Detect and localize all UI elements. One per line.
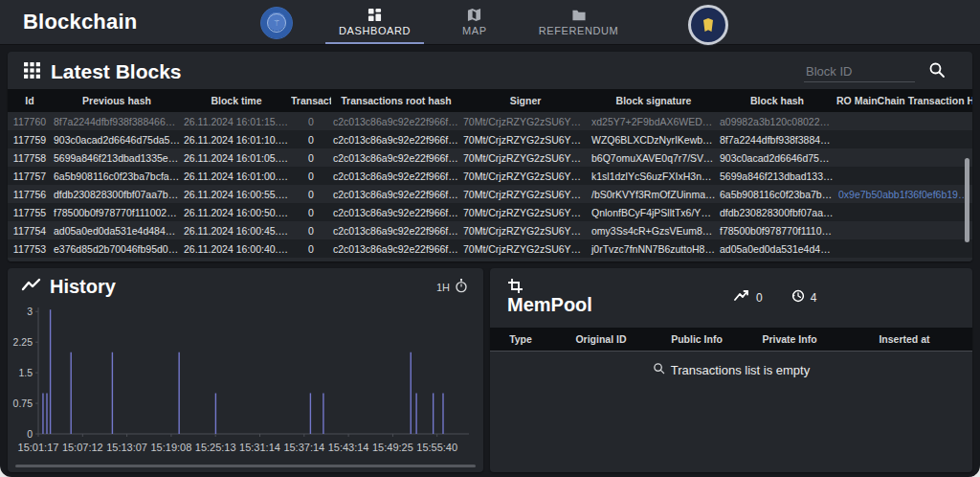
table-row[interactable]: 1177521047f888d49e1edc5f49b0d4...26.11.2…	[8, 258, 972, 261]
cell-hash: dfdb230828300fbf07aa7b31...	[718, 207, 836, 218]
column-header: Private Info	[743, 333, 836, 345]
cell-time: 26.11.2024 16:01:15.976...	[182, 116, 291, 127]
app-title: Blockchain	[23, 10, 137, 34]
mempool-empty-message: Transactions list is empty	[671, 363, 810, 377]
tab-map-label: MAP	[462, 25, 487, 36]
blocks-table-header: IdPrevious hashBlock timeTransactio...Tr…	[8, 89, 972, 112]
cell-time: 26.11.2024 16:01:00.95...	[182, 170, 291, 182]
column-header: Type	[490, 333, 551, 345]
cell-hash: a09982a3b120c08022cb392...	[718, 116, 836, 127]
table-row[interactable]: 117753e376d85d2b70046fb95d01737a...26.11…	[8, 239, 972, 258]
cell-hash: f78500b0f978770f1110025a1...	[718, 225, 836, 237]
tab-dashboard[interactable]: DASHBOARD	[325, 0, 424, 44]
cell-root: c2c013c86a9c92e22f966f3d86...	[331, 261, 461, 262]
table-row[interactable]: 117754ad05a0ed0da531e4d4843df63f...26.11…	[8, 221, 972, 239]
cell-tx: 0	[291, 261, 331, 262]
cell-signer: 70Mt/CrjzRZYG2zSU6YEAxFzAu...	[461, 225, 590, 237]
cell-sig: j0rTvzc7fnNN7B6zuttoH8xQ52c...	[590, 243, 718, 255]
cell-prev: f78500b0f978770f1110025a1e7...	[52, 207, 182, 218]
cell-prev: 1047f888d49e1edc5f49b0d4...	[52, 261, 182, 262]
cell-id: 117758	[8, 152, 52, 164]
cell-signer: 70Mt/CrjzRZYG2zSU6YEAxFzAu...	[461, 116, 590, 127]
latest-blocks-panel: Latest Blocks IdPrevious hashBlock timeT…	[8, 52, 972, 261]
cell-root: c2c013c86a9c92e22f966f3d86...	[331, 134, 461, 146]
trending-up-icon	[734, 290, 750, 305]
cell-root: c2c013c86a9c92e22f966f3d86...	[331, 170, 461, 182]
table-row[interactable]: 1177608f7a2244dfbf938f388466bc90...26.11…	[8, 112, 972, 130]
search-icon[interactable]	[928, 61, 946, 82]
svg-text:15:13:07: 15:13:07	[106, 442, 147, 453]
cell-tx: 0	[291, 152, 331, 164]
svg-text:3: 3	[27, 306, 33, 317]
mempool-history-count: 4	[811, 291, 817, 305]
cell-sig: 7V7+7bWkuvq9LuusHPTvBV0...	[590, 261, 718, 262]
cell-root: c2c013c86a9c92e22f966f3d86...	[331, 225, 461, 237]
cell-time: 26.11.2024 16:00:45.94...	[182, 225, 291, 237]
svg-text:15:07:12: 15:07:12	[62, 442, 103, 453]
cell-ro[interactable]: 0x9e7b50abb1f36f0ef6b19268d...	[836, 189, 972, 200]
tab-map[interactable]: MAP	[449, 0, 501, 44]
cell-signer: 70Mt/CrjzRZYG2zSU6YEAxFzAu...	[461, 134, 590, 146]
table-row[interactable]: 1177585699a846f213dbad1335e56b1a...26.11…	[8, 148, 972, 167]
history-clock-icon	[791, 289, 805, 306]
mempool-history-stat[interactable]: 4	[791, 289, 817, 306]
mempool-panel: MemPool 0 4 TypeOrigin	[490, 268, 972, 472]
mempool-empty-state: Transactions list is empty	[490, 362, 972, 377]
cell-sig: omy3Ss4cR+GzsVEum8FPClw4...	[590, 225, 718, 237]
cell-id: 117760	[8, 116, 52, 127]
history-range-control[interactable]: 1H	[436, 279, 470, 295]
column-header: Previous hash	[52, 95, 182, 106]
cell-hash: 6a5b908116c0f23ba7bcfa50...	[718, 189, 836, 200]
folder-icon	[571, 8, 587, 22]
svg-text:15:43:14: 15:43:14	[328, 442, 369, 453]
svg-text:15:01:17: 15:01:17	[18, 442, 59, 453]
cell-root: c2c013c86a9c92e22f966f3d86...	[331, 189, 461, 200]
column-header: Transactions root hash	[331, 95, 461, 106]
history-horizontal-scrollbar[interactable]	[15, 465, 476, 467]
sts-logo-emblem-icon: ⚚	[267, 13, 286, 33]
column-header: Id	[8, 95, 52, 106]
svg-text:15:31:14: 15:31:14	[239, 442, 280, 453]
cell-prev: 8f7a2244dfbf938f388466bc90...	[52, 116, 182, 127]
table-row[interactable]: 1177576a5b908116c0f23ba7bcfa50eb...26.11…	[8, 167, 972, 185]
cell-tx: 0	[291, 116, 331, 127]
cell-hash: 8f7a2244dfbf938f388466bc...	[718, 134, 836, 146]
mempool-pending-stat[interactable]: 0	[734, 289, 763, 306]
dashboard-icon	[368, 8, 382, 22]
cell-tx: 0	[291, 189, 331, 200]
history-spike-chart: 00.751.52.25315:01:1715:07:1215:13:0715:…	[8, 300, 476, 463]
scrollbar-thumb[interactable]	[965, 158, 969, 242]
cell-root: c2c013c86a9c92e22f966f3d86...	[331, 243, 461, 255]
column-header: Signer	[461, 95, 590, 106]
cell-id: 117759	[8, 134, 52, 146]
table-row[interactable]: 117756dfdb230828300fbf07aa7b31e8...26.11…	[8, 185, 972, 203]
cell-sig: /bS0rKVYf3RmOfZUinma/9ua2Q...	[590, 189, 718, 200]
cell-tx: 0	[291, 225, 331, 237]
cell-signer: 70Mt/CrjzRZYG2zSU6YEAxFzAu...	[461, 261, 590, 262]
cell-time: 26.11.2024 16:00:55.95...	[182, 189, 291, 200]
stopwatch-icon	[455, 279, 468, 295]
cell-id: 117753	[8, 243, 52, 255]
coat-of-arms-crest-icon	[703, 18, 713, 32]
blocks-vertical-scrollbar[interactable]	[965, 130, 969, 255]
svg-text:15:25:13: 15:25:13	[195, 442, 236, 453]
cell-hash: e376d85d2b70046fb95d0173...	[718, 261, 836, 262]
table-row[interactable]: 117755f78500b0f978770f1110025a1e7...26.1…	[8, 203, 972, 221]
mempool-table-header: TypeOriginal IDPublic InfoPrivate InfoIn…	[490, 328, 972, 352]
cell-prev: 5699a846f213dbad1335e56b1a...	[52, 152, 182, 164]
tab-referendum-label: REFERENDUM	[539, 25, 619, 36]
column-header: Inserted at	[836, 333, 972, 345]
sts-logo: ⚚	[260, 7, 293, 39]
history-title: History	[50, 276, 116, 298]
romania-coat-of-arms-logo	[688, 5, 728, 45]
cell-root: c2c013c86a9c92e22f966f3d86...	[331, 116, 461, 127]
history-range-label: 1H	[436, 282, 450, 293]
table-row[interactable]: 117759903c0acad2d6646d75da5725d...26.11.…	[8, 130, 972, 148]
cell-tx: 0	[291, 243, 331, 255]
tab-referendum[interactable]: REFERENDUM	[525, 0, 633, 44]
cell-signer: 70Mt/CrjzRZYG2zSU6YEAxFzAu...	[461, 170, 590, 182]
column-header: RO MainChain Transaction Hash	[836, 95, 972, 106]
block-id-input[interactable]	[804, 61, 915, 82]
map-icon	[467, 8, 481, 22]
cell-time: 26.11.2024 16:01:10.96...	[182, 134, 291, 146]
